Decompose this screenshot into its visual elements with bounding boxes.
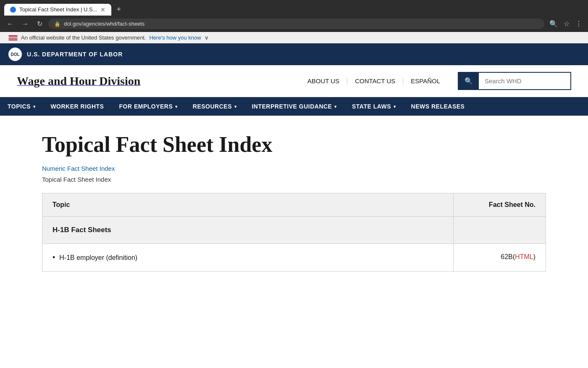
tab-favicon bbox=[10, 7, 16, 13]
whd-title: Wage and Hour Division bbox=[17, 74, 140, 87]
table-row: • H-1B employer (definition) 62B(HTML) bbox=[42, 244, 546, 272]
row-topic-text: H-1B employer (definition) bbox=[59, 254, 137, 262]
dol-logo: DOL bbox=[8, 48, 22, 61]
bullet-item: • H-1B employer (definition) bbox=[52, 253, 443, 262]
menu-button[interactable]: ⋮ bbox=[574, 18, 584, 29]
table-row-section: H-1B Fact Sheets bbox=[42, 217, 546, 244]
bookmark-button[interactable]: ☆ bbox=[562, 18, 571, 29]
interpretive-chevron-icon: ▾ bbox=[334, 104, 337, 109]
search-button[interactable]: 🔍 bbox=[459, 73, 479, 89]
tab-title: Topical Fact Sheet Index | U.S... bbox=[19, 6, 97, 13]
nav-topics-label: TOPICS bbox=[8, 103, 31, 110]
section-title: H-1B Fact Sheets bbox=[42, 217, 454, 244]
col-topic-header: Topic bbox=[42, 193, 454, 217]
topics-chevron-icon: ▾ bbox=[33, 104, 36, 109]
page-content: Topical Fact Sheet Index Numeric Fact Sh… bbox=[17, 116, 571, 297]
section-fact-sheet bbox=[454, 217, 546, 244]
header-nav: ABOUT US CONTACT US ESPAÑOL bbox=[300, 77, 448, 85]
search-box: 🔍 bbox=[458, 72, 571, 90]
nav-news-releases[interactable]: NEWS RELEASES bbox=[404, 97, 472, 116]
resources-chevron-icon: ▾ bbox=[234, 104, 237, 109]
url-text: dol.gov/agencies/whd/fact-sheets bbox=[64, 21, 144, 27]
dol-header: DOL U.S. DEPARTMENT OF LABOR bbox=[0, 43, 588, 65]
nav-for-employers[interactable]: FOR EMPLOYERS ▾ bbox=[111, 97, 185, 116]
bullet-icon: • bbox=[52, 253, 55, 262]
us-flag-icon bbox=[8, 35, 18, 41]
nav-state-laws[interactable]: STATE LAWS ▾ bbox=[344, 97, 404, 116]
zoom-in-button[interactable]: 🔍 bbox=[548, 18, 559, 29]
employers-chevron-icon: ▾ bbox=[175, 104, 178, 109]
numeric-fact-sheet-link[interactable]: Numeric Fact Sheet Index bbox=[42, 165, 115, 172]
header-right: ABOUT US CONTACT US ESPAÑOL 🔍 bbox=[300, 72, 571, 90]
col-fact-sheet-header: Fact Sheet No. bbox=[454, 193, 546, 217]
back-button[interactable]: ← bbox=[4, 19, 16, 29]
nav-state-laws-label: STATE LAWS bbox=[352, 103, 391, 110]
forward-button[interactable]: → bbox=[19, 19, 31, 29]
new-tab-button[interactable]: + bbox=[113, 3, 124, 16]
address-bar-row: ← → ↻ 🔒 dol.gov/agencies/whd/fact-sheets… bbox=[4, 18, 584, 32]
gov-banner-text: An official website of the United States… bbox=[21, 34, 146, 41]
nav-resources-label: RESOURCES bbox=[193, 103, 232, 110]
nav-resources[interactable]: RESOURCES ▾ bbox=[185, 97, 244, 116]
fact-sheet-suffix: ) bbox=[533, 253, 536, 260]
whd-header: Wage and Hour Division ABOUT US CONTACT … bbox=[0, 65, 588, 97]
nav-interpretive-guidance[interactable]: INTERPRETIVE GUIDANCE ▾ bbox=[244, 97, 344, 116]
search-input[interactable] bbox=[479, 73, 570, 89]
active-tab[interactable]: Topical Fact Sheet Index | U.S... ✕ bbox=[4, 4, 111, 16]
fact-sheet-table: Topic Fact Sheet No. H-1B Fact Sheets • … bbox=[42, 193, 546, 272]
contact-us-link[interactable]: CONTACT US bbox=[347, 77, 403, 85]
lock-icon: 🔒 bbox=[54, 21, 60, 27]
espanol-link[interactable]: ESPAÑOL bbox=[403, 77, 448, 85]
page-title: Topical Fact Sheet Index bbox=[42, 132, 546, 156]
state-laws-chevron-icon: ▾ bbox=[394, 104, 396, 109]
breadcrumb-current: Topical Fact Sheet Index bbox=[42, 176, 546, 183]
fact-sheet-html-link[interactable]: HTML bbox=[515, 253, 533, 260]
tab-bar: Topical Fact Sheet Index | U.S... ✕ + bbox=[4, 3, 584, 16]
row-topic: • H-1B employer (definition) bbox=[42, 244, 454, 272]
about-us-link[interactable]: ABOUT US bbox=[300, 77, 347, 85]
nav-news-releases-label: NEWS RELEASES bbox=[411, 103, 465, 110]
refresh-button[interactable]: ↻ bbox=[34, 18, 45, 29]
browser-chrome: Topical Fact Sheet Index | U.S... ✕ + ← … bbox=[0, 0, 588, 32]
dol-title: U.S. DEPARTMENT OF LABOR bbox=[27, 51, 123, 58]
nav-worker-rights-label: WORKER RIGHTS bbox=[50, 103, 104, 110]
main-nav: TOPICS ▾ WORKER RIGHTS FOR EMPLOYERS ▾ R… bbox=[0, 97, 588, 116]
tab-close-button[interactable]: ✕ bbox=[100, 6, 105, 13]
nav-topics[interactable]: TOPICS ▾ bbox=[0, 97, 43, 116]
whd-title-link[interactable]: Wage and Hour Division bbox=[17, 74, 140, 88]
nav-for-employers-label: FOR EMPLOYERS bbox=[119, 103, 173, 110]
row-fact-sheet: 62B(HTML) bbox=[454, 244, 546, 272]
how-you-know-link[interactable]: Here's how you know bbox=[149, 34, 201, 41]
gov-banner: An official website of the United States… bbox=[0, 32, 588, 43]
browser-actions: 🔍 ☆ ⋮ bbox=[548, 18, 584, 29]
nav-interpretive-guidance-label: INTERPRETIVE GUIDANCE bbox=[252, 103, 332, 110]
gov-banner-chevron[interactable]: ∨ bbox=[205, 34, 209, 41]
nav-worker-rights[interactable]: WORKER RIGHTS bbox=[43, 97, 111, 116]
fact-sheet-prefix: 62B( bbox=[501, 253, 515, 260]
address-bar[interactable]: 🔒 dol.gov/agencies/whd/fact-sheets bbox=[48, 19, 544, 29]
